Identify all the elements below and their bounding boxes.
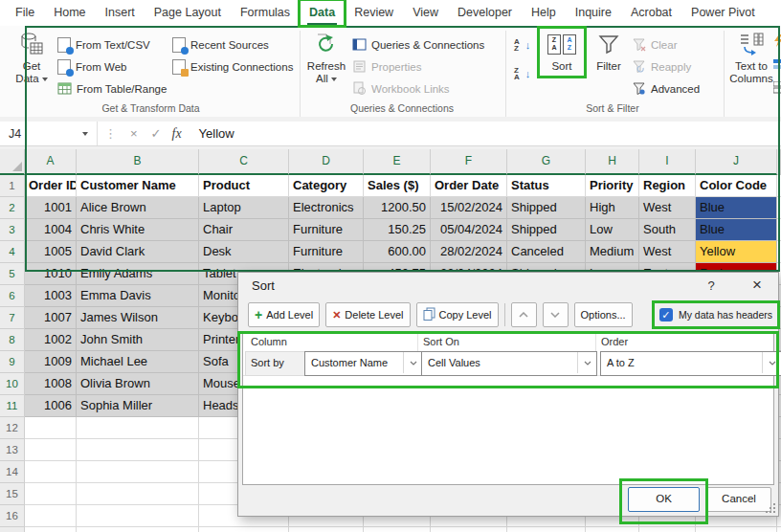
ribbon-tab-acrobat[interactable]: Acrobat (621, 0, 681, 26)
row-header-15[interactable]: 15 (0, 483, 25, 505)
recent-sources-button[interactable]: Recent Sources (172, 34, 269, 55)
cell-A2[interactable]: 1001 (25, 197, 77, 219)
copy-level-button[interactable]: Copy Level (416, 302, 499, 327)
from-web-button[interactable]: From Web (57, 56, 126, 77)
options-button[interactable]: Options... (574, 302, 633, 327)
cell-I3[interactable]: South (639, 219, 696, 241)
cell-J17[interactable] (696, 527, 777, 532)
cell-B17[interactable] (77, 527, 199, 532)
cell-D2[interactable]: Electronics (289, 197, 364, 219)
dialog-resize-grip[interactable] (766, 503, 775, 513)
cell-E1[interactable]: Sales ($) (364, 175, 431, 197)
cell-B1[interactable]: Customer Name (77, 175, 199, 197)
cell-B16[interactable] (77, 505, 199, 527)
row-header-4[interactable]: 4 (0, 241, 25, 263)
ribbon-tab-developer[interactable]: Developer (448, 0, 522, 26)
cell-A12[interactable] (25, 417, 77, 439)
cell-J4[interactable]: Yellow (696, 241, 777, 263)
cell-C3[interactable]: Chair (199, 219, 289, 241)
cell-A8[interactable]: 1002 (25, 329, 77, 351)
dialog-help-button[interactable]: ? (700, 273, 723, 299)
cell-A16[interactable] (25, 505, 77, 527)
cell-C2[interactable]: Laptop (199, 197, 289, 219)
cell-E3[interactable]: 150.25 (364, 219, 431, 241)
cell-A13[interactable] (25, 439, 77, 461)
column-header-G[interactable]: G (507, 149, 586, 175)
ribbon-tab-power-pivot[interactable]: Power Pivot (681, 0, 765, 26)
cell-E2[interactable]: 1200.50 (364, 197, 431, 219)
cell-H2[interactable]: High (586, 197, 639, 219)
cell-D17[interactable] (289, 527, 364, 532)
row-header-7[interactable]: 7 (0, 307, 25, 329)
remove-duplicates-icon[interactable] (773, 57, 781, 69)
row-header-8[interactable]: 8 (0, 329, 25, 351)
get-data-button[interactable]: Get Data (10, 30, 54, 85)
order-dropdown[interactable]: A to Z (600, 351, 781, 376)
cell-B9[interactable]: Michael Lee (77, 351, 199, 373)
cell-B6[interactable]: Emma Davis (77, 285, 199, 307)
cancel-button[interactable]: Cancel (706, 487, 771, 512)
row-header-17[interactable]: 17 (0, 527, 25, 532)
cell-B14[interactable] (77, 461, 199, 483)
ribbon-tab-page-layout[interactable]: Page Layout (145, 0, 231, 26)
ribbon-tab-formulas[interactable]: Formulas (231, 0, 300, 26)
cell-A6[interactable]: 1003 (25, 285, 77, 307)
cell-A1[interactable]: Order ID (25, 175, 77, 197)
row-header-3[interactable]: 3 (0, 219, 25, 241)
name-box[interactable]: J4 (0, 122, 98, 145)
row-header-2[interactable]: 2 (0, 197, 25, 219)
cell-A7[interactable]: 1007 (25, 307, 77, 329)
cell-F17[interactable] (431, 527, 507, 532)
cell-F2[interactable]: 15/02/2024 (431, 197, 507, 219)
cell-G2[interactable]: Shipped (507, 197, 586, 219)
flash-fill-icon[interactable] (773, 33, 781, 45)
move-down-button[interactable] (543, 302, 569, 327)
queries-connections-button[interactable]: Queries & Connections (352, 34, 484, 55)
sort-button[interactable]: ZAAZ Sort (541, 30, 583, 73)
ribbon-tab-help[interactable]: Help (522, 0, 566, 26)
cell-I17[interactable] (639, 527, 696, 532)
cell-J1[interactable]: Color Code (696, 175, 777, 197)
formula-menu-dots-icon[interactable]: ⋮ (104, 126, 117, 141)
cell-H3[interactable]: Low (586, 219, 639, 241)
cell-B13[interactable] (77, 439, 199, 461)
from-table-range-button[interactable]: From Table/Range (57, 78, 167, 99)
cell-A10[interactable]: 1008 (25, 373, 77, 395)
ribbon-tab-file[interactable]: File (6, 0, 44, 26)
advanced-filter-button[interactable]: Advanced (632, 78, 700, 99)
cell-D4[interactable]: Furniture (289, 241, 364, 263)
ok-button[interactable]: OK (628, 487, 700, 512)
move-up-button[interactable] (511, 302, 537, 327)
cell-C17[interactable] (199, 527, 289, 532)
cell-A11[interactable]: 1006 (25, 395, 77, 417)
row-header-1[interactable]: 1 (0, 175, 25, 197)
cell-A17[interactable] (25, 527, 77, 532)
cell-D1[interactable]: Category (289, 175, 364, 197)
existing-connections-button[interactable]: Existing Connections (172, 56, 293, 77)
cell-G4[interactable]: Canceled (507, 241, 586, 263)
column-header-H[interactable]: H (586, 149, 639, 175)
column-header-E[interactable]: E (364, 149, 431, 175)
sort-descending-button[interactable]: ZA↓ (514, 63, 530, 83)
cell-B5[interactable]: Emily Adams (77, 263, 199, 285)
cell-B15[interactable] (77, 483, 199, 505)
sort-ascending-button[interactable]: AZ↓ (514, 34, 530, 55)
cell-D3[interactable]: Furniture (289, 219, 364, 241)
cell-H17[interactable] (586, 527, 639, 532)
row-header-9[interactable]: 9 (0, 351, 25, 373)
row-header-13[interactable]: 13 (0, 439, 25, 461)
data-validation-icon[interactable] (773, 80, 781, 92)
cell-B12[interactable] (77, 417, 199, 439)
cell-F1[interactable]: Order Date (431, 175, 507, 197)
ribbon-tab-inquire[interactable]: Inquire (566, 0, 621, 26)
row-header-16[interactable]: 16 (0, 505, 25, 527)
row-header-12[interactable]: 12 (0, 417, 25, 439)
cell-G1[interactable]: Status (507, 175, 586, 197)
cell-H1[interactable]: Priority (586, 175, 639, 197)
cell-B7[interactable]: James Wilson (77, 307, 199, 329)
column-header-D[interactable]: D (289, 149, 364, 175)
cell-A3[interactable]: 1004 (25, 219, 77, 241)
cell-C1[interactable]: Product (199, 175, 289, 197)
cell-E17[interactable] (364, 527, 431, 532)
formula-bar-value[interactable]: Yellow (199, 126, 234, 141)
